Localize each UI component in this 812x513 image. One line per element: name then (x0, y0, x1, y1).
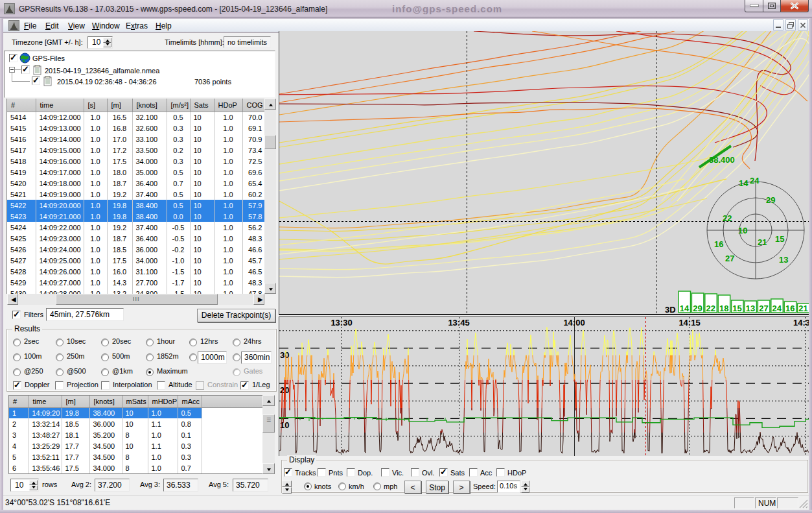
svg-text:24: 24 (772, 304, 782, 313)
svg-text:21: 21 (758, 237, 767, 247)
svg-text:13: 13 (746, 304, 755, 313)
svg-text:24: 24 (750, 176, 760, 185)
svg-text:18: 18 (719, 304, 728, 313)
svg-text:14: 14 (680, 304, 690, 313)
svg-text:38.400: 38.400 (709, 155, 735, 165)
svg-text:22: 22 (706, 304, 715, 313)
svg-text:13:30: 13:30 (331, 318, 352, 328)
svg-text:14:3: 14:3 (793, 318, 810, 328)
svg-text:13:45: 13:45 (448, 318, 469, 328)
svg-text:30: 30 (280, 350, 289, 360)
svg-text:16: 16 (785, 304, 795, 313)
svg-text:14:15: 14:15 (679, 318, 700, 328)
svg-text:22: 22 (723, 213, 732, 223)
svg-text:21: 21 (798, 304, 807, 313)
svg-text:15: 15 (775, 234, 784, 244)
svg-text:3D: 3D (665, 305, 676, 313)
svg-text:15: 15 (732, 304, 741, 313)
svg-text:10: 10 (738, 226, 747, 235)
svg-text:27: 27 (725, 254, 734, 263)
svg-text:16: 16 (714, 239, 723, 249)
svg-text:14:00: 14:00 (563, 318, 585, 328)
svg-text:13: 13 (779, 255, 788, 265)
svg-text:27: 27 (759, 304, 768, 313)
svg-text:14: 14 (739, 178, 748, 188)
svg-text:29: 29 (766, 195, 775, 205)
svg-text:29: 29 (693, 304, 702, 313)
